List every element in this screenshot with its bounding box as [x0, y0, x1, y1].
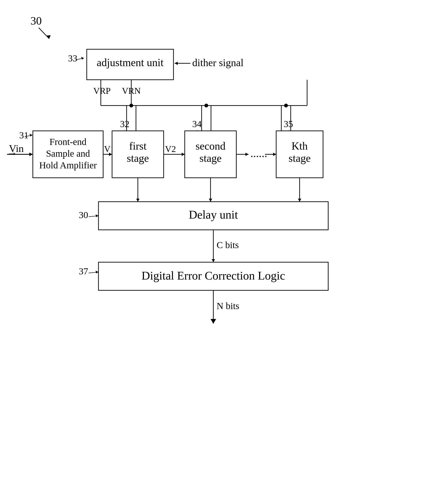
- ref-37: 37: [79, 266, 88, 276]
- kth-stage-label1: Kth: [292, 140, 308, 152]
- frontend-label2: Sample and: [46, 148, 90, 159]
- diagram-container: 30 33 adjustment unit dither signal VRP …: [0, 0, 448, 504]
- delay-unit-label: Delay unit: [189, 208, 238, 221]
- dither-signal-label: dither signal: [192, 57, 243, 69]
- svg-point-11: [205, 104, 208, 108]
- kth-stage-label2: stage: [289, 152, 311, 164]
- vrp-label: VRP: [93, 86, 111, 96]
- svg-point-12: [284, 104, 288, 108]
- v2-label: V2: [165, 144, 176, 154]
- ref-35: 35: [284, 119, 293, 129]
- n-bits-label: N bits: [217, 301, 239, 311]
- ref-32: 32: [120, 119, 129, 129]
- ref-33: 33: [68, 53, 77, 64]
- ellipsis-label: ......: [250, 147, 267, 160]
- ref-34: 34: [192, 119, 202, 129]
- frontend-label1: Front-end: [50, 137, 86, 147]
- vin-arrow: →: [7, 147, 17, 159]
- c-bits-label: C bits: [217, 240, 239, 250]
- ref-31: 31: [19, 130, 29, 141]
- second-stage-label2: stage: [200, 152, 222, 164]
- first-stage-label1: first: [129, 140, 147, 152]
- figure-number: 30: [31, 15, 42, 27]
- adjustment-unit-label: adjustment unit: [97, 56, 164, 69]
- frontend-label3: Hold Amplifier: [39, 160, 97, 170]
- second-stage-label1: second: [195, 140, 225, 152]
- ref-30-delay: 30: [79, 210, 88, 220]
- svg-rect-0: [0, 0, 448, 504]
- svg-point-10: [129, 104, 133, 108]
- decl-label: Digital Error Correction Logic: [142, 269, 285, 282]
- first-stage-label2: stage: [127, 152, 149, 164]
